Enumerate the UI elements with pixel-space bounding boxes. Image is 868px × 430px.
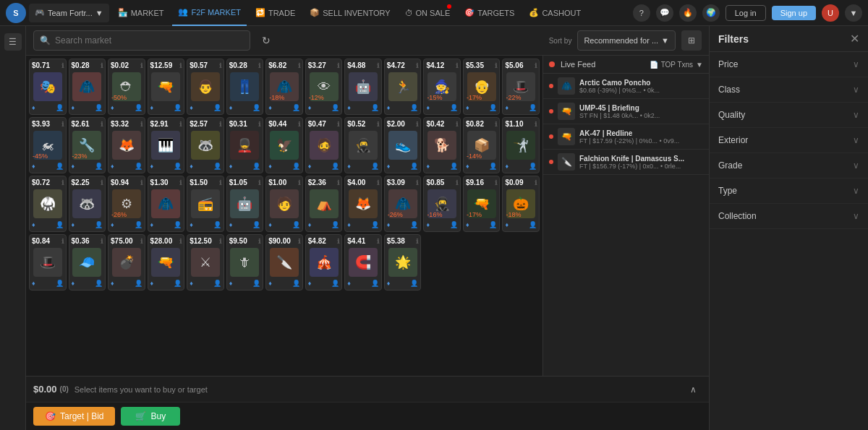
logo[interactable]: S <box>6 3 26 23</box>
item-card[interactable]: $0.36 ℹ 🧢 ♦ 👤 <box>69 234 106 291</box>
item-card[interactable]: $0.28 ℹ 👖 ♦ 👤 <box>226 59 264 115</box>
item-card[interactable]: $0.28 ℹ 🧥 ♦ 👤 <box>69 59 106 115</box>
item-card[interactable]: $2.61 ℹ 🔧 -23% ♦ 👤 <box>69 117 106 173</box>
nav-on-sale[interactable]: ⏱ ON SALE <box>399 0 456 26</box>
item-card[interactable]: $0.44 ℹ 🦅 ♦ 👤 <box>265 117 303 173</box>
item-card[interactable]: $5.06 ℹ 🎩 -22% ♦ 👤 <box>502 59 540 115</box>
item-card[interactable]: $2.36 ℹ ⛺ ♦ 👤 <box>305 176 343 232</box>
steam-icon: ♦ <box>308 104 312 111</box>
item-card[interactable]: $5.38 ℹ 🌟 ♦ 👤 <box>384 234 422 291</box>
filter-item-grade[interactable]: Grade ∨ <box>710 153 868 179</box>
item-card[interactable]: $2.25 ℹ 🦝 ♦ 👤 <box>69 176 106 232</box>
view-toggle-button[interactable]: ⊞ <box>681 30 702 51</box>
item-card[interactable]: $9.16 ℹ 🔫 -17% ♦ 👤 <box>463 176 501 232</box>
nav-market[interactable]: 🏪 MARKET <box>112 0 170 26</box>
item-card[interactable]: $2.57 ℹ 🦝 ♦ 👤 <box>187 117 224 173</box>
item-card[interactable]: $5.35 ℹ 👴 -17% ♦ 👤 <box>463 59 501 115</box>
info-icon: ℹ <box>140 121 142 128</box>
chat-icon[interactable]: 💬 <box>656 4 673 22</box>
buy-button[interactable]: 🛒 Buy <box>121 407 180 426</box>
item-card[interactable]: $4.72 ℹ 🏃 ♦ 👤 <box>384 59 422 115</box>
item-image: 🧥 <box>72 71 103 103</box>
item-card[interactable]: $0.31 ℹ 💂 ♦ 👤 <box>226 117 264 173</box>
item-card[interactable]: $4.82 ℹ 🎪 ♦ 👤 <box>305 234 343 291</box>
feed-item[interactable]: 🔫 AK-47 | Redline FT | $17.59 (-22%) | 0… <box>543 124 709 150</box>
item-card[interactable]: $4.41 ℹ 🧲 ♦ 👤 <box>344 234 382 291</box>
toggle-button[interactable]: ☰ <box>4 33 22 51</box>
item-card[interactable]: $0.52 ℹ 🥷 ♦ 👤 <box>344 117 382 173</box>
feed-item[interactable]: 🔪 Falchion Knife | Damascus S... FT | $1… <box>543 150 709 175</box>
item-card[interactable]: $1.05 ℹ 🤖 ♦ 👤 <box>226 176 264 232</box>
item-card[interactable]: $1.30 ℹ 🧥 ♦ 👤 <box>148 176 185 232</box>
chevron-nav-icon[interactable]: ▼ <box>845 4 862 22</box>
nav-trade[interactable]: 🔁 TRADE <box>250 0 301 26</box>
item-card[interactable]: $4.00 ℹ 🦊 ♦ 👤 <box>344 176 382 232</box>
filter-item-type[interactable]: Type ∨ <box>710 179 868 204</box>
filter-item-collection[interactable]: Collection ∨ <box>710 204 868 229</box>
item-card[interactable]: $2.91 ℹ 🎹 ♦ 👤 <box>148 117 185 173</box>
item-card[interactable]: $4.88 ℹ 🤖 ♦ 👤 <box>344 59 382 115</box>
filter-item-exterior[interactable]: Exterior ∨ <box>710 128 868 153</box>
item-card[interactable]: $6.82 ℹ 🧥 -18% ♦ 👤 <box>265 59 303 115</box>
item-card[interactable]: $0.47 ℹ 🧔 ♦ 👤 <box>305 117 343 173</box>
search-input[interactable] <box>55 35 244 46</box>
target-bid-button[interactable]: 🎯 Target | Bid <box>33 407 115 426</box>
filter-item-class[interactable]: Class ∨ <box>710 77 868 103</box>
item-card[interactable]: $28.00 ℹ 🔫 ♦ 👤 <box>148 234 185 291</box>
signup-button[interactable]: Sign up <box>772 6 816 20</box>
nav-targets[interactable]: 🎯 TARGETS <box>459 0 520 26</box>
item-card[interactable]: $3.32 ℹ 🦊 ♦ 👤 <box>108 117 145 173</box>
info-icon: ℹ <box>456 179 458 186</box>
filter-item-price[interactable]: Price ∨ <box>710 52 868 77</box>
feed-item[interactable]: 🔫 UMP-45 | Briefing ST FN | $1.48 0kA...… <box>543 99 709 124</box>
trade-icon: 🔁 <box>255 8 265 17</box>
item-thumbnail: 🤖 <box>349 72 378 101</box>
feed-item[interactable]: 🧥 Arctic Camo Poncho $0.68 (-39%) | 0%S.… <box>543 74 709 99</box>
item-card[interactable]: $2.00 ℹ 👟 ♦ 👤 <box>384 117 422 173</box>
feed-item-name: Arctic Camo Poncho <box>579 79 703 87</box>
item-card[interactable]: $3.27 ℹ 👁 -12% ♦ 👤 <box>305 59 343 115</box>
item-card[interactable]: $3.09 ℹ 🧥 -26% ♦ 👤 <box>384 176 422 232</box>
item-card[interactable]: $1.50 ℹ 📻 ♦ 👤 <box>187 176 224 232</box>
game-selector[interactable]: 🎮 Team Fortr... ▼ <box>29 4 109 22</box>
item-card[interactable]: $0.09 ℹ 🎃 -18% ♦ 👤 <box>502 176 540 232</box>
item-card[interactable]: $0.94 ℹ ⚙ -26% ♦ 👤 <box>108 176 145 232</box>
nav-sell-inventory[interactable]: 📦 SELL INVENTORY <box>304 0 396 26</box>
flag-icon[interactable]: 🌍 <box>702 4 720 22</box>
filters-close-button[interactable]: ✕ <box>850 32 859 46</box>
user-avatar[interactable]: U <box>822 4 839 22</box>
item-card[interactable]: $12.50 ℹ ⚔ ♦ 👤 <box>187 234 224 291</box>
help-icon[interactable]: ? <box>633 4 650 22</box>
refresh-button[interactable]: ↻ <box>256 30 276 51</box>
user-icon: 👤 <box>489 221 497 228</box>
item-card[interactable]: $0.71 ℹ 🎭 ♦ 👤 <box>29 59 67 115</box>
item-price: $28.00 ℹ <box>150 237 182 245</box>
search-box[interactable]: 🔍 <box>33 30 250 51</box>
login-button[interactable]: Log in <box>726 5 766 21</box>
item-card[interactable]: $12.59 ℹ 🔫 ♦ 👤 <box>148 59 185 115</box>
item-card[interactable]: $1.10 ℹ 🤺 ♦ 👤 <box>502 117 540 173</box>
item-card[interactable]: $0.57 ℹ 👨 ♦ 👤 <box>187 59 224 115</box>
item-card[interactable]: $75.00 ℹ 💣 ♦ 👤 <box>108 234 145 291</box>
item-card[interactable]: $0.84 ℹ 🎩 ♦ 👤 <box>29 234 67 291</box>
item-card[interactable]: $0.82 ℹ 📦 -14% ♦ 👤 <box>463 117 501 173</box>
nav-f2f-market[interactable]: 👥 F2F MARKET <box>172 0 246 26</box>
item-card[interactable]: $0.42 ℹ 🐕 ♦ 👤 <box>423 117 461 173</box>
item-card[interactable]: $0.85 ℹ 🥷 -16% ♦ 👤 <box>423 176 461 232</box>
info-icon: ℹ <box>298 238 300 245</box>
item-card[interactable]: $0.02 ℹ ⛑ -50% ♦ 👤 <box>108 59 145 115</box>
item-card[interactable]: $90.00 ℹ 🔪 ♦ 👤 <box>265 234 303 291</box>
sort-dropdown[interactable]: Recommended for ... ▼ <box>577 30 676 51</box>
filter-item-quality[interactable]: Quality ∨ <box>710 103 868 128</box>
item-card[interactable]: $9.50 ℹ 🗡 ♦ 👤 <box>226 234 264 291</box>
item-card[interactable]: $0.72 ℹ 🥋 ♦ 👤 <box>29 176 67 232</box>
expand-button[interactable]: ∧ <box>684 381 702 398</box>
nav-cashout[interactable]: 💰 CASHOUT <box>523 0 587 26</box>
user-icon: 👤 <box>56 104 64 111</box>
top-txns-button[interactable]: 📄 TOP Txns ▼ <box>650 61 703 69</box>
fire-icon[interactable]: 🔥 <box>679 4 697 22</box>
item-card[interactable]: $4.12 ℹ 🧙 -15% ♦ 👤 <box>423 59 461 115</box>
item-card[interactable]: $3.93 ℹ 🏍 -45% ♦ 👤 <box>29 117 67 173</box>
item-card[interactable]: $1.00 ℹ 🧑 ♦ 👤 <box>265 176 303 232</box>
item-thumbnail: 🧢 <box>72 248 101 277</box>
